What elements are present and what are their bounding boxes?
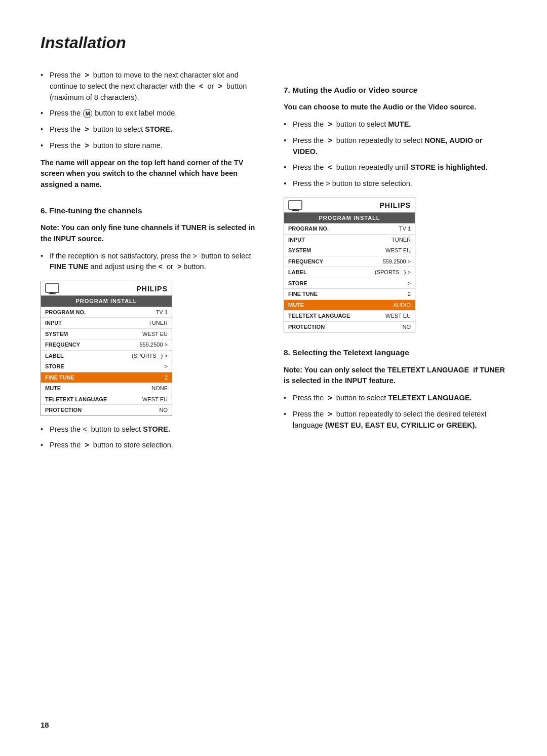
menu2-row-label: LABEL (SPORTS ) > [284, 267, 415, 278]
section7-bullet-4: Press the > button to store selection. [284, 178, 506, 190]
section8: 8. Selecting the Teletext language Note:… [284, 347, 506, 431]
svg-rect-1 [50, 292, 54, 293]
intro-bullet-3: Press the > button to select STORE. [41, 124, 263, 135]
after-menu1-bullet-1: Press the < button to select STORE. [41, 424, 263, 435]
section8-note: Note: You can only select the TELETEXT L… [284, 365, 506, 387]
menu1-row-store: STORE > [41, 361, 172, 372]
menu2-row-mute: MUTE AUDIO [284, 300, 415, 311]
menu1-row-teletext: TELETEXT LANGUAGE WEST EU [41, 394, 172, 405]
section7: 7. Muting the Audio or Video source You … [284, 84, 506, 190]
intro-bullet-1: Press the > button to move to the next c… [41, 70, 263, 103]
section6-bullet-1: If the reception is not satisfactory, pr… [41, 251, 263, 273]
name-note: The name will appear on the top left han… [41, 158, 263, 191]
intro-bullet-4: Press the > button to store name. [41, 140, 263, 152]
menu1-row-mute: MUTE NONE [41, 383, 172, 394]
section6: 6. Fine-tuning the channels Note: You ca… [41, 205, 263, 273]
menu2-row-frequency: FREQUENCY 559.2500 > [284, 256, 415, 268]
menu2-row-system: SYSTEM WEST EU [284, 245, 415, 256]
page-number: 18 [41, 720, 49, 731]
philips-menu-2: PHILIPS PROGRAM INSTALL PROGRAM NO. TV 1… [284, 198, 415, 333]
svg-rect-3 [289, 201, 302, 209]
intro-bullet-2: Press the M button to exit label mode. [41, 108, 263, 119]
section7-bullet-3: Press the < button repeatedly until STOR… [284, 162, 506, 173]
after-menu1-bullets: Press the < button to select STORE. Pres… [41, 424, 263, 451]
svg-rect-5 [292, 210, 299, 211]
section7-bullet-1: Press the > button to select MUTE. [284, 119, 506, 130]
monitor-icon-2 [288, 200, 302, 211]
section7-bullets: Press the > button to select MUTE. Press… [284, 119, 506, 190]
m-button-icon: M [83, 109, 92, 118]
section7-title: 7. Muting the Audio or Video source [284, 84, 506, 96]
section8-bullets: Press the > button to select TELETEXT LA… [284, 393, 506, 431]
menu2-row-program-no: PROGRAM NO. TV 1 [284, 223, 415, 235]
section8-title: 8. Selecting the Teletext language [284, 347, 506, 358]
philips-subtitle-2: PROGRAM INSTALL [284, 213, 415, 224]
menu2-row-finetune: FINE TUNE 2 [284, 289, 415, 300]
philips-subtitle-1: PROGRAM INSTALL [41, 296, 172, 307]
philips-logo-1: PHILIPS [137, 284, 168, 294]
right-column: 7. Muting the Audio or Video source You … [284, 70, 506, 457]
left-column: Press the > button to move to the next c… [41, 70, 263, 457]
monitor-icon-1 [45, 283, 59, 294]
menu2-row-teletext: TELETEXT LANGUAGE WEST EU [284, 311, 415, 322]
after-menu1-bullet-2: Press the > button to store selection. [41, 440, 263, 451]
menu1-row-protection: PROTECTION NO [41, 405, 172, 415]
menu1-row-input: INPUT TUNER [41, 318, 172, 329]
menu1-row-finetune: FINE TUNE 2 [41, 372, 172, 384]
philips-logo-2: PHILIPS [380, 200, 411, 211]
section8-bullet-1: Press the > button to select TELETEXT LA… [284, 393, 506, 404]
intro-bullet-list: Press the > button to move to the next c… [41, 70, 263, 152]
menu1-row-system: SYSTEM WEST EU [41, 329, 172, 340]
menu2-row-protection: PROTECTION NO [284, 322, 415, 332]
menu2-row-store: STORE > [284, 278, 415, 289]
section6-title: 6. Fine-tuning the channels [41, 205, 263, 216]
philips-menu-1: PHILIPS PROGRAM INSTALL PROGRAM NO. TV 1… [41, 281, 172, 416]
section7-bullet-2: Press the > button repeatedly to select … [284, 135, 506, 158]
svg-rect-2 [49, 293, 56, 294]
section7-intro: You can choose to mute the Audio or the … [284, 102, 506, 113]
menu1-row-frequency: FREQUENCY 559.2500 > [41, 339, 172, 351]
svg-rect-0 [46, 284, 59, 292]
menu1-row-program-no: PROGRAM NO. TV 1 [41, 307, 172, 318]
page-title: Installation [41, 30, 506, 55]
menu1-row-label: LABEL (SPORTS ) > [41, 351, 172, 362]
section6-note: Note: You can only fine tune channels if… [41, 222, 263, 245]
section6-bullets: If the reception is not satisfactory, pr… [41, 251, 263, 273]
section8-bullet-2: Press the > button repeatedly to select … [284, 409, 506, 431]
menu2-row-input: INPUT TUNER [284, 235, 415, 246]
svg-rect-4 [293, 209, 297, 210]
